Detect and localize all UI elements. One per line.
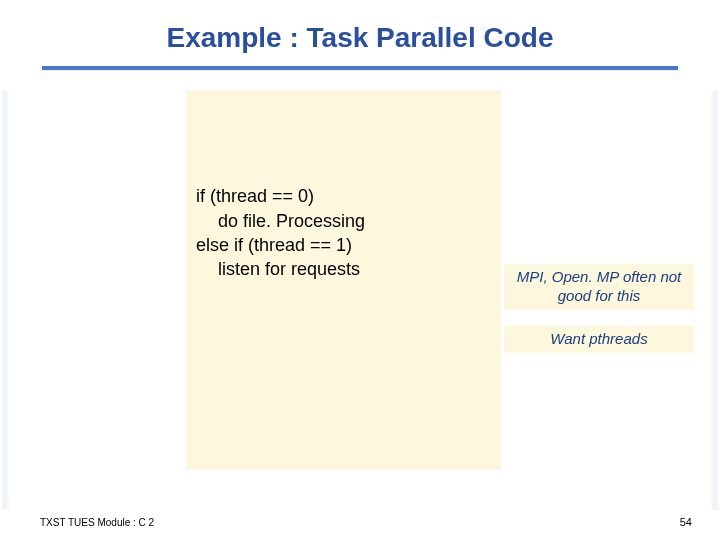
code-line-1: if (thread == 0) [196,186,314,206]
code-text: if (thread == 0) do file. Processing els… [196,160,365,306]
page-number: 54 [680,516,692,528]
code-line-3: else if (thread == 1) [196,235,352,255]
annotation-mpi-openmp: MPI, Open. MP often not good for this [504,264,694,310]
slide-title: Example : Task Parallel Code [0,0,720,66]
code-line-4: listen for requests [218,259,360,279]
annotation-pthreads: Want pthreads [504,326,694,353]
code-block: if (thread == 0) do file. Processing els… [186,90,501,470]
code-line-2: do file. Processing [218,211,365,231]
footer-module: TXST TUES Module : C 2 [40,517,154,528]
title-underline [42,66,678,70]
